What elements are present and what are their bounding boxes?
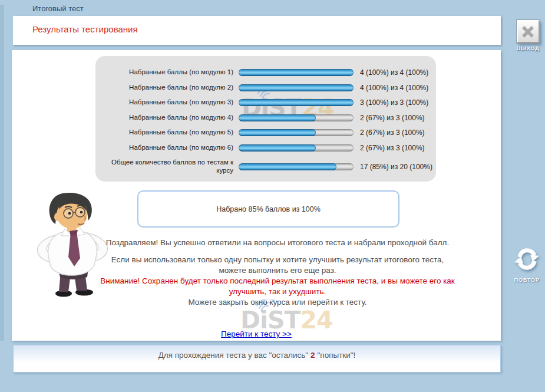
score-row-label: Набранные баллы (по модулю 3): [106, 98, 239, 107]
score-row: Общее количество баллов по тестам к курс…: [106, 159, 436, 175]
page-title: Результаты тестирования: [32, 24, 138, 34]
go-to-test-link[interactable]: Перейти к тесту >>: [221, 330, 292, 338]
score-row: Набранные баллы (по модулю 5) 2 (67%) из…: [106, 129, 436, 137]
score-row-value: 4 (100%) из 4 (100%): [360, 68, 428, 77]
score-row-label: Набранные баллы (по модулю 4): [106, 114, 239, 122]
score-summary-text: Набрано 85% баллов из 100%: [216, 205, 321, 213]
result-messages: Поздравляем! Вы успешно ответили на вопр…: [97, 238, 458, 308]
score-row-label: Общее количество баллов по тестам к курс…: [106, 159, 239, 175]
progress-bar-fill: [239, 129, 316, 136]
window-edge-strip: [0, 5, 4, 341]
close-hint-text: Можете закрыть окно курса или перейти к …: [97, 297, 458, 308]
attempts-text-prefix: Для прохождения теста у вас "остались": [158, 351, 308, 372]
close-icon: [517, 20, 540, 43]
window-title: Итоговый тест: [32, 4, 84, 13]
progress-bar: [239, 163, 354, 170]
score-row-label: Набранные баллы (по модулю 2): [106, 84, 239, 92]
application-window: Итоговый тест Результаты тестирования На…: [0, 0, 545, 392]
progress-bar-fill: [239, 163, 336, 170]
score-row-label: Набранные баллы (по модулю 1): [106, 68, 239, 77]
progress-bar: [239, 129, 354, 136]
progress-bar: [239, 99, 354, 106]
retry-hint-text: Если вы использовали только одну попытку…: [97, 255, 458, 276]
attempts-bar: Для прохождения теста у вас "остались" 2…: [13, 345, 501, 373]
progress-bar: [239, 144, 354, 151]
score-row-value: 2 (67%) из 3 (100%): [360, 129, 425, 137]
content-panel: Набранные баллы (по модулю 1) 4 (100%) и…: [12, 50, 501, 341]
score-row: Набранные баллы (по модулю 1) 4 (100%) и…: [106, 68, 436, 77]
attempts-count: 2: [308, 351, 318, 372]
score-row: Набранные баллы (по модулю 2) 4 (100%) и…: [106, 84, 436, 92]
score-row-label: Набранные баллы (по модулю 5): [106, 129, 239, 137]
progress-bar-fill: [239, 84, 354, 91]
score-row: Набранные баллы (по модулю 4) 2 (67%) из…: [106, 114, 436, 122]
progress-bar-fill: [239, 99, 354, 106]
score-row-value: 17 (85%) из 20 (100%): [360, 163, 432, 171]
score-row-value: 4 (100%) из 4 (100%): [360, 84, 428, 92]
exit-button-label: ВЫХОД: [511, 45, 544, 51]
attempts-text-suffix: "попытки"!: [318, 351, 356, 372]
score-row-value: 2 (67%) из 3 (100%): [360, 114, 425, 122]
score-row: Набранные баллы (по модулю 6) 2 (67%) из…: [106, 144, 436, 152]
progress-bar-fill: [239, 69, 354, 76]
score-summary-box: Набрано 85% баллов из 100%: [137, 190, 399, 228]
exit-button[interactable]: ВЫХОД: [511, 20, 544, 51]
header-panel: Результаты тестирования: [13, 16, 501, 45]
results-panel: Набранные баллы (по модулю 1) 4 (100%) и…: [95, 56, 436, 182]
score-rows: Набранные баллы (по модулю 1) 4 (100%) и…: [106, 68, 436, 175]
score-row-label: Набранные баллы (по модулю 6): [106, 144, 239, 152]
progress-bar: [239, 84, 354, 91]
warning-text: Внимание! Сохранен будет только последни…: [97, 276, 458, 297]
progress-bar: [239, 69, 354, 76]
repeat-button-label: ПОВТОР: [510, 276, 543, 283]
progress-bar-fill: [239, 114, 316, 121]
score-row-value: 2 (67%) из 3 (100%): [360, 144, 425, 152]
refresh-icon: [512, 245, 541, 272]
score-row: Набранные баллы (по модулю 3) 3 (100%) и…: [106, 98, 436, 107]
progress-bar-fill: [239, 144, 316, 151]
congrats-text: Поздравляем! Вы успешно ответили на вопр…: [97, 238, 458, 248]
go-to-test-link-row: Перейти к тесту >>: [12, 328, 501, 339]
repeat-button[interactable]: ПОВТОР: [510, 245, 543, 283]
progress-bar: [239, 114, 354, 121]
score-row-value: 3 (100%) из 3 (100%): [360, 98, 428, 107]
